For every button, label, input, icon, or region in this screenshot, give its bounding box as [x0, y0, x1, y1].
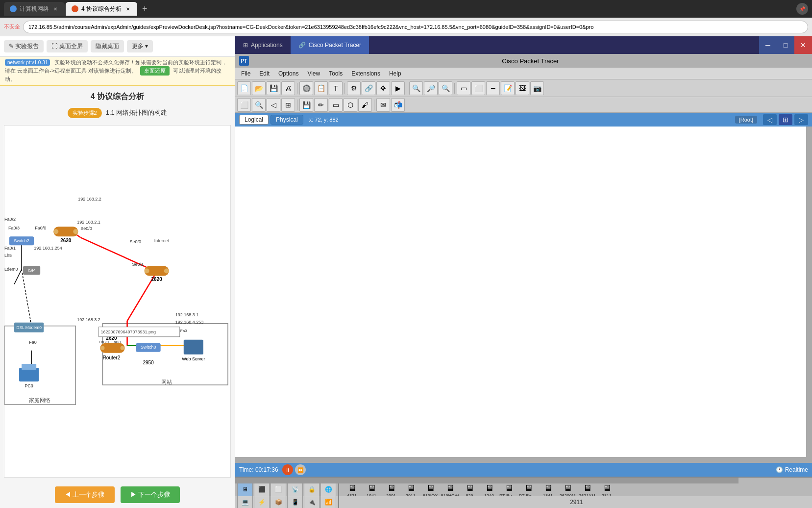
- menu-options[interactable]: Options: [274, 69, 302, 78]
- svg-text:Router2: Router2: [103, 355, 121, 360]
- tool-note[interactable]: 📝: [501, 81, 515, 95]
- address-input[interactable]: [23, 21, 808, 33]
- tool-line[interactable]: ━: [486, 81, 500, 95]
- prev-button[interactable]: ◀ 上一个步骤: [55, 486, 115, 503]
- device-4321[interactable]: 🖥 4321: [343, 483, 361, 496]
- fullscreen-button[interactable]: ⛶ 桌面全屏: [47, 40, 87, 52]
- browser-tab-1[interactable]: 计算机网络 ✕: [4, 2, 65, 16]
- tool-oval[interactable]: ⬜: [471, 81, 485, 95]
- logical-view-btn[interactable]: Logical: [239, 115, 269, 125]
- device-cat-security[interactable]: 🔒: [304, 483, 320, 496]
- device-cat-hubs[interactable]: ⬜: [271, 483, 286, 496]
- device-cat-cable[interactable]: 📶: [320, 496, 336, 508]
- restore-button[interactable]: 桌面还原: [140, 66, 170, 76]
- fast-forward-button[interactable]: ⏩: [295, 464, 306, 475]
- device-cat-routers[interactable]: 🖥: [237, 483, 253, 496]
- tool-rect[interactable]: ▭: [457, 81, 470, 95]
- cpt-minimize-btn[interactable]: ─: [759, 36, 777, 54]
- device-819iox[interactable]: 🖥 819IOX: [421, 483, 439, 496]
- tool-save[interactable]: 💾: [267, 81, 280, 95]
- device-1941[interactable]: 🖥 1941: [363, 483, 380, 496]
- tool-cam[interactable]: 📷: [530, 81, 544, 95]
- browser-tab-2[interactable]: 4 协议综合分析 ✕: [66, 2, 137, 16]
- more-button[interactable]: 更多 ▾: [127, 40, 153, 52]
- menu-edit[interactable]: Edit: [255, 69, 273, 78]
- tool2-draw[interactable]: ✏: [314, 98, 328, 112]
- view-nav-btn-1[interactable]: ◁: [763, 114, 777, 125]
- tool-img[interactable]: 🖼: [516, 81, 529, 95]
- tool-text[interactable]: T: [329, 81, 343, 95]
- tool2-email2[interactable]: 📬: [391, 98, 405, 112]
- device-26200m[interactable]: 🖥 26200M: [559, 483, 576, 496]
- device-cat-end[interactable]: 💻: [237, 496, 253, 508]
- tool2-brush[interactable]: 🖌: [358, 98, 372, 112]
- tool2-save[interactable]: 💾: [299, 98, 313, 112]
- hide-button[interactable]: 隐藏桌面: [91, 40, 124, 52]
- tool-open[interactable]: 📂: [252, 81, 266, 95]
- tool-move[interactable]: ✥: [376, 81, 390, 95]
- device-2621xm[interactable]: 🖥 2621XM: [578, 483, 596, 496]
- device-1841[interactable]: 🖥 1841: [539, 483, 557, 496]
- pin-button[interactable]: 📌: [796, 3, 808, 15]
- device-cat-misc[interactable]: 📦: [271, 496, 286, 508]
- device-cat-multiuser[interactable]: 🔌: [304, 496, 320, 508]
- tab-cisco-pt[interactable]: 🔗 Cisco Packet Tracer: [291, 36, 369, 54]
- tool-activity[interactable]: 🔘: [299, 81, 313, 95]
- menu-file[interactable]: File: [237, 69, 254, 78]
- tool2-nav[interactable]: ◁: [267, 98, 280, 112]
- svg-rect-27: [19, 368, 39, 381]
- tool-new[interactable]: 📄: [237, 81, 251, 95]
- device-1240[interactable]: 🖥 1240: [480, 483, 498, 496]
- report-button[interactable]: ✎ 实验报告: [4, 40, 44, 52]
- device-2911[interactable]: 🖥 2911: [402, 483, 419, 496]
- tool-zoom-out[interactable]: 🔍: [439, 81, 452, 95]
- device-pt-router[interactable]: 🖥 PT-Router: [500, 483, 517, 496]
- menu-tools[interactable]: Tools: [325, 69, 346, 78]
- menu-view[interactable]: View: [303, 69, 324, 78]
- toolbar2-sep-2: [374, 100, 374, 110]
- device-cat-wireless[interactable]: 📡: [287, 483, 303, 496]
- tool2-select[interactable]: ⬜: [237, 98, 251, 112]
- view-nav-btn-2[interactable]: ⊞: [779, 114, 792, 125]
- view-root-label: [Root]: [735, 116, 757, 124]
- svg-text:ISP: ISP: [28, 268, 35, 273]
- tool-zoom-normal[interactable]: 🔎: [424, 81, 438, 95]
- device-cat-custom[interactable]: ⚡: [254, 496, 270, 508]
- tool2-shape[interactable]: ▭: [329, 98, 343, 112]
- device-cat-wan[interactable]: 🌐: [320, 483, 336, 496]
- device-cat-switches[interactable]: ⬛: [254, 483, 270, 496]
- menu-help[interactable]: Help: [385, 69, 405, 78]
- tool-config[interactable]: ⚙: [347, 81, 361, 95]
- menu-extensions[interactable]: Extensions: [347, 69, 384, 78]
- device-2811[interactable]: 🖥 2811: [598, 483, 615, 496]
- device-829[interactable]: 🖥 829: [461, 483, 478, 496]
- tab-1-close[interactable]: ✕: [52, 5, 59, 12]
- tool-connect[interactable]: 🔗: [362, 81, 375, 95]
- device-819hgw[interactable]: 🖥 819HGW: [441, 483, 459, 496]
- tool-pdu[interactable]: 📋: [314, 81, 328, 95]
- address-bar: 不安全: [0, 18, 812, 36]
- tool2-nav2[interactable]: ⊞: [281, 98, 295, 112]
- pause-button[interactable]: ⏸: [282, 464, 293, 475]
- tool-zoom-in[interactable]: 🔍: [409, 81, 423, 95]
- tool-sim[interactable]: ▶: [391, 81, 405, 95]
- view-nav-btn-3[interactable]: ▷: [794, 114, 808, 125]
- device-2901[interactable]: 🖥 2901: [382, 483, 400, 496]
- horizontal-scrollbar[interactable]: [235, 457, 812, 463]
- vertical-scrollbar[interactable]: [806, 127, 812, 457]
- physical-view-btn[interactable]: Physical: [271, 115, 303, 125]
- cpt-maximize-btn[interactable]: □: [777, 36, 794, 54]
- tab-2-close[interactable]: ✕: [124, 5, 131, 12]
- new-tab-button[interactable]: +: [138, 4, 151, 14]
- tool2-mail[interactable]: ✉: [376, 98, 390, 112]
- cpt-close-btn[interactable]: ✕: [794, 36, 812, 54]
- svg-text:2620: 2620: [60, 238, 72, 243]
- device-pt-empty[interactable]: 🖥 PT-Empty: [519, 483, 537, 496]
- tool-print[interactable]: 🖨: [281, 81, 295, 95]
- tool2-search[interactable]: 🔍: [252, 98, 266, 112]
- next-button[interactable]: ▶ 下一个步骤: [121, 486, 180, 503]
- tool2-poly[interactable]: ⬡: [344, 98, 357, 112]
- device-scrollbar[interactable]: [235, 478, 738, 483]
- device-cat-connections[interactable]: 📱: [287, 496, 303, 508]
- tab-applications[interactable]: ⊞ Applications: [235, 36, 291, 54]
